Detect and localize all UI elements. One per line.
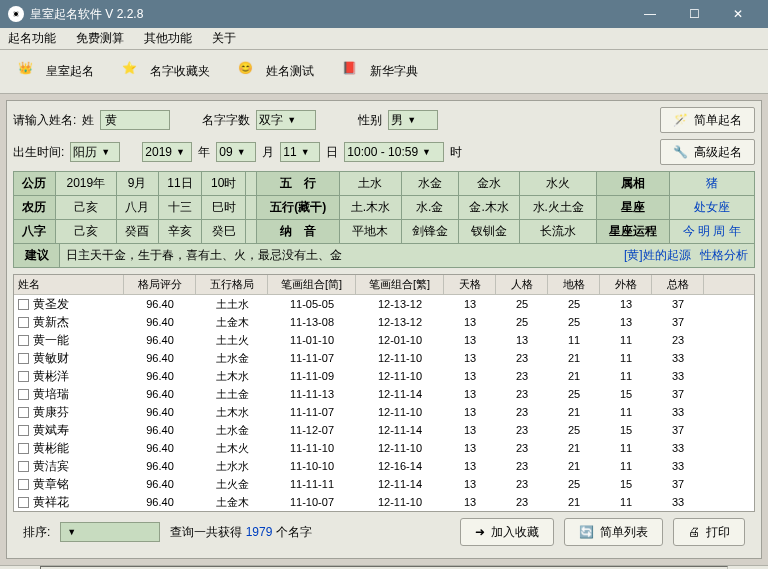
- table-row[interactable]: 黄一能96.40土土火11-01-1012-01-101313111123: [14, 331, 754, 349]
- minimize-button[interactable]: —: [628, 0, 672, 28]
- link-personality[interactable]: 性格分析: [700, 248, 748, 262]
- book-icon: 📕: [342, 61, 364, 83]
- table-header[interactable]: 姓名格局评分五行格局笔画组合[简]笔画组合[繁]天格人格地格外格总格: [14, 275, 754, 295]
- table-row[interactable]: 黄祥花96.40土金木11-10-0712-11-101323211133: [14, 493, 754, 511]
- print-button[interactable]: 🖨打印: [673, 518, 745, 546]
- row-checkbox[interactable]: [18, 497, 29, 508]
- wand-icon: 🪄: [673, 113, 688, 127]
- row-checkbox[interactable]: [18, 407, 29, 418]
- menu-about[interactable]: 关于: [208, 28, 240, 49]
- table-row[interactable]: 黄敏财96.40土水金11-11-0712-11-101323211133: [14, 349, 754, 367]
- simple-list-button[interactable]: 🔄简单列表: [564, 518, 663, 546]
- arrow-icon: ➜: [475, 525, 485, 539]
- col-header[interactable]: 笔画组合[繁]: [356, 275, 444, 294]
- menu-naming[interactable]: 起名功能: [4, 28, 60, 49]
- col-header[interactable]: 人格: [496, 275, 548, 294]
- table-row[interactable]: 黄洁宾96.40土水水11-10-1012-16-141323211133: [14, 457, 754, 475]
- char-count-select[interactable]: 双字▼: [256, 110, 316, 130]
- label-sex: 性别: [358, 112, 382, 129]
- tool-name-test[interactable]: 😊姓名测试: [238, 61, 314, 83]
- row-checkbox[interactable]: [18, 443, 29, 454]
- result-text: 查询一共获得 1979 个名字: [170, 524, 311, 541]
- row-checkbox[interactable]: [18, 353, 29, 364]
- close-button[interactable]: ✕: [716, 0, 760, 28]
- col-header[interactable]: 笔画组合[简]: [268, 275, 356, 294]
- menu-other[interactable]: 其他功能: [140, 28, 196, 49]
- simple-naming-button[interactable]: 🪄简单起名: [660, 107, 755, 133]
- col-header[interactable]: 姓名: [14, 275, 124, 294]
- col-header[interactable]: 外格: [600, 275, 652, 294]
- col-header[interactable]: 总格: [652, 275, 704, 294]
- table-row[interactable]: 黄彬能96.40土木火11-11-1012-11-101323211133: [14, 439, 754, 457]
- crown-icon: 👑: [18, 61, 40, 83]
- printer-icon: 🖨: [688, 525, 700, 539]
- link-surname-origin[interactable]: [黄]姓的起源: [624, 248, 691, 262]
- row-checkbox[interactable]: [18, 371, 29, 382]
- label-chars: 名字字数: [202, 112, 250, 129]
- menu-bar: 起名功能 免费测算 其他功能 关于: [0, 28, 768, 50]
- col-header[interactable]: 地格: [548, 275, 600, 294]
- suggest-head: 建议: [14, 244, 60, 267]
- sex-select[interactable]: 男▼: [388, 110, 438, 130]
- surname-input[interactable]: [100, 110, 170, 130]
- month-select[interactable]: 09▼: [216, 142, 256, 162]
- row-checkbox[interactable]: [18, 317, 29, 328]
- tool-favorites[interactable]: ⭐名字收藏夹: [122, 61, 210, 83]
- table-row[interactable]: 黄彬洋96.40土木水11-11-0912-11-101323211133: [14, 367, 754, 385]
- table-row[interactable]: 黄新杰96.40土金木11-13-0812-13-121325251337: [14, 313, 754, 331]
- table-body: 黄圣发96.40土土水11-05-0512-13-121325251337黄新杰…: [14, 295, 754, 511]
- day-select[interactable]: 11▼: [280, 142, 320, 162]
- advanced-naming-button[interactable]: 🔧高级起名: [660, 139, 755, 165]
- info-grid: 公历2019年9月11日10时五 行土水水金金水水火属相猪农历己亥八月十三巳时五…: [13, 171, 755, 244]
- menu-freecalc[interactable]: 免费测算: [72, 28, 128, 49]
- time-select[interactable]: 10:00 - 10:59▼: [344, 142, 444, 162]
- row-checkbox[interactable]: [18, 425, 29, 436]
- year-select[interactable]: 2019▼: [142, 142, 192, 162]
- face-icon: 😊: [238, 61, 260, 83]
- table-row[interactable]: 黄章铭96.40土火金11-11-1112-11-141323251537: [14, 475, 754, 493]
- row-checkbox[interactable]: [18, 389, 29, 400]
- suggest-text: 日主天干金，生于春，喜有土、火，最忌没有土、金: [60, 247, 612, 264]
- star-icon: ⭐: [122, 61, 144, 83]
- calendar-select[interactable]: 阳历▼: [70, 142, 120, 162]
- add-favorite-button[interactable]: ➜加入收藏: [460, 518, 554, 546]
- col-header[interactable]: 五行格局: [196, 275, 268, 294]
- sort-label: 排序:: [23, 524, 50, 541]
- col-header[interactable]: 天格: [444, 275, 496, 294]
- sort-select[interactable]: ▼: [60, 522, 160, 542]
- window-title: 皇室起名软件 V 2.2.8: [30, 6, 628, 23]
- col-header[interactable]: 格局评分: [124, 275, 196, 294]
- app-icon: [8, 6, 24, 22]
- label-xing: 姓: [82, 112, 94, 129]
- row-checkbox[interactable]: [18, 479, 29, 490]
- table-row[interactable]: 黄康芬96.40土木水11-11-0712-11-101323211133: [14, 403, 754, 421]
- table-row[interactable]: 黄斌寿96.40土水金11-12-0712-11-141323251537: [14, 421, 754, 439]
- label-input-surname: 请输入姓名:: [13, 112, 76, 129]
- tool-royal-naming[interactable]: 👑皇室起名: [18, 61, 94, 83]
- gear-icon: 🔧: [673, 145, 688, 159]
- row-checkbox[interactable]: [18, 461, 29, 472]
- row-checkbox[interactable]: [18, 335, 29, 346]
- tool-dictionary[interactable]: 📕新华字典: [342, 61, 418, 83]
- label-birthtime: 出生时间:: [13, 144, 64, 161]
- refresh-icon: 🔄: [579, 525, 594, 539]
- maximize-button[interactable]: ☐: [672, 0, 716, 28]
- toolbar: 👑皇室起名 ⭐名字收藏夹 😊姓名测试 📕新华字典: [0, 50, 768, 94]
- table-row[interactable]: 黄培瑞96.40土土金11-11-1312-11-141323251537: [14, 385, 754, 403]
- status-bar: 双击网格标题栏进行排序，双击记录行可分析姓名: [0, 565, 768, 569]
- row-checkbox[interactable]: [18, 299, 29, 310]
- table-row[interactable]: 黄圣发96.40土土水11-05-0512-13-121325251337: [14, 295, 754, 313]
